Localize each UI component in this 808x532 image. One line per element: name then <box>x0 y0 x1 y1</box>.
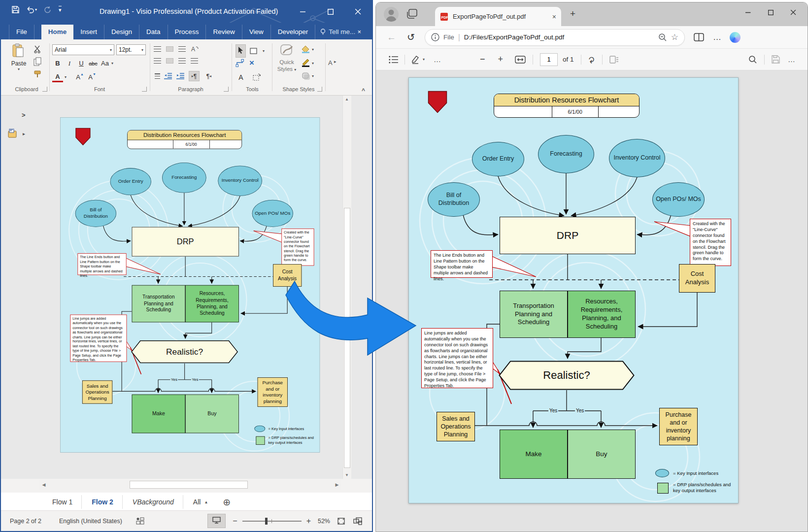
pdf-save-icon[interactable] <box>772 55 780 64</box>
italic-button[interactable]: I <box>64 58 75 68</box>
page-view-icon[interactable] <box>609 56 619 64</box>
rectangle-tool-dropdown-icon[interactable]: ▾ <box>263 49 265 53</box>
align-right-button[interactable] <box>178 58 186 64</box>
align-middle-button[interactable] <box>166 46 173 52</box>
tab-process[interactable]: Process <box>168 25 206 39</box>
fit-width-icon[interactable] <box>515 56 526 64</box>
tab-developer[interactable]: Developer <box>271 25 316 39</box>
pen-dropdown-icon[interactable]: ▾ <box>423 57 425 62</box>
quick-styles-button[interactable]: Quick Styles ▾ <box>274 43 300 73</box>
status-page-indicator[interactable]: Page 2 of 2 <box>10 518 41 525</box>
url-box[interactable]: File | D:/Files/ExportPageToPdf_out.pdf … <box>425 29 685 46</box>
tab-home[interactable]: Home <box>41 25 74 39</box>
status-language[interactable]: English (United States) <box>59 518 122 525</box>
text-rotate-icon[interactable]: A <box>191 45 199 52</box>
tab-review[interactable]: Review <box>206 25 242 39</box>
ribbon-overflow-icon[interactable]: ▸ <box>334 59 337 64</box>
font-name-combobox[interactable]: Arial ▾ <box>52 44 114 55</box>
toc-icon[interactable] <box>389 56 399 64</box>
font-color-button[interactable]: A <box>52 72 63 82</box>
change-case-button[interactable]: Aa <box>100 58 110 68</box>
effects-button[interactable]: ▾ <box>302 72 314 80</box>
macro-record-icon[interactable] <box>136 517 144 525</box>
copilot-icon[interactable] <box>730 32 741 43</box>
shape-styles-dialog-launcher-icon[interactable] <box>317 87 322 92</box>
tab-stack-icon[interactable] <box>406 9 418 20</box>
expand-shapes-pane-icon[interactable]: > <box>22 111 26 119</box>
undo-button[interactable]: ▾ <box>26 6 37 13</box>
page-tab-flow1[interactable]: Flow 1 <box>43 495 82 509</box>
pdf-content-area[interactable]: Distribution Resources Flowchart 6/1/00 … <box>376 70 808 532</box>
text-direction-rtl-button[interactable]: ¶▸ <box>203 71 214 81</box>
paste-dropdown-icon[interactable]: ▾ <box>8 67 30 71</box>
redo-icon[interactable] <box>44 6 52 13</box>
align-center-button[interactable] <box>166 58 173 64</box>
page-tab-flow2[interactable]: Flow 2 <box>83 495 123 509</box>
connection-point-tool-icon[interactable]: × <box>249 58 254 68</box>
pointer-tool-button[interactable] <box>236 44 246 58</box>
minimize-button[interactable] <box>289 1 317 23</box>
zoom-slider[interactable] <box>242 518 302 525</box>
paragraph-dialog-launcher-icon[interactable] <box>224 87 229 92</box>
tab-data[interactable]: Data <box>139 25 168 39</box>
page-number-input[interactable] <box>540 53 558 66</box>
shapes-stencil-icon[interactable] <box>8 128 21 139</box>
zoom-out-button[interactable]: − <box>233 517 237 526</box>
edge-maximize-button[interactable] <box>759 2 782 22</box>
decrease-indent-icon[interactable] <box>164 73 172 79</box>
zoom-in-button[interactable]: + <box>306 517 311 526</box>
zoom-slider-thumb[interactable] <box>265 518 268 525</box>
pdf-zoom-out-button[interactable]: − <box>480 54 485 65</box>
font-size-dropdown-icon[interactable]: ▾ <box>141 48 143 52</box>
close-button[interactable] <box>344 1 372 23</box>
cut-icon[interactable] <box>34 45 42 53</box>
profile-avatar[interactable] <box>384 7 399 22</box>
pdf-menu-icon[interactable]: … <box>788 55 796 64</box>
connector-tool-icon[interactable] <box>236 59 244 67</box>
edge-minimize-button[interactable] <box>737 2 759 22</box>
shrink-font-button[interactable]: A▼ <box>87 72 98 82</box>
line-button[interactable]: ▾ <box>302 59 314 67</box>
pdf-search-icon[interactable] <box>748 55 757 64</box>
text-tool-button[interactable]: A <box>236 72 246 82</box>
text-direction-ltr-button[interactable]: ▸¶ <box>189 71 200 81</box>
pdf-more-tools-icon[interactable]: … <box>434 55 441 64</box>
tab-file[interactable]: File <box>9 25 34 39</box>
tab-close-icon[interactable]: × <box>552 13 556 21</box>
fit-page-icon[interactable] <box>337 517 345 525</box>
justify-button[interactable] <box>191 58 198 64</box>
align-bottom-button[interactable] <box>178 46 186 52</box>
font-size-combobox[interactable]: 12pt. ▾ <box>116 44 146 55</box>
split-screen-icon[interactable] <box>694 33 704 42</box>
clipboard-dialog-launcher-icon[interactable] <box>42 87 47 92</box>
tab-view[interactable]: View <box>242 25 271 39</box>
tell-me-box[interactable]: Tell me... <box>315 25 360 39</box>
all-pages-button[interactable]: All ▲ <box>184 495 217 509</box>
site-info-icon[interactable] <box>431 33 439 41</box>
zoom-page-icon[interactable] <box>658 33 667 42</box>
paste-button[interactable]: Paste ▾ <box>8 43 30 71</box>
horizontal-scrollbar[interactable]: ◀ ▶ <box>39 480 341 490</box>
url-text[interactable]: D:/Files/ExportPageToPdf_out.pdf <box>464 33 654 41</box>
pdf-page[interactable]: Distribution Resources Flowchart 6/1/00 … <box>408 77 739 503</box>
font-name-dropdown-icon[interactable]: ▾ <box>110 48 112 52</box>
rectangle-tool-icon[interactable] <box>250 47 259 55</box>
horizontal-scroll-thumb[interactable] <box>130 481 248 489</box>
pdf-zoom-in-button[interactable]: + <box>498 54 504 65</box>
browser-tab-active[interactable]: PDF ExportPageToPdf_out.pdf × <box>435 7 561 26</box>
align-top-button[interactable] <box>154 46 161 52</box>
scroll-up-icon[interactable]: ▲ <box>345 97 349 101</box>
switch-windows-icon[interactable] <box>353 517 362 525</box>
font-dialog-launcher-icon[interactable] <box>142 87 147 92</box>
grow-font-button[interactable]: A▲ <box>74 72 85 82</box>
bullets-button[interactable] <box>154 73 160 79</box>
scroll-right-icon[interactable]: ▶ <box>333 482 341 487</box>
highlight-pen-icon[interactable] <box>411 55 420 64</box>
tab-insert[interactable]: Insert <box>73 25 104 39</box>
customize-qat-icon[interactable]: ▾ <box>59 6 62 13</box>
format-painter-icon[interactable] <box>34 70 42 79</box>
document-close-icon[interactable]: × <box>357 28 361 35</box>
underline-button[interactable]: U <box>76 58 87 68</box>
collapse-ribbon-icon[interactable]: ^ <box>362 87 365 94</box>
fill-button[interactable]: ▾ <box>302 45 314 53</box>
